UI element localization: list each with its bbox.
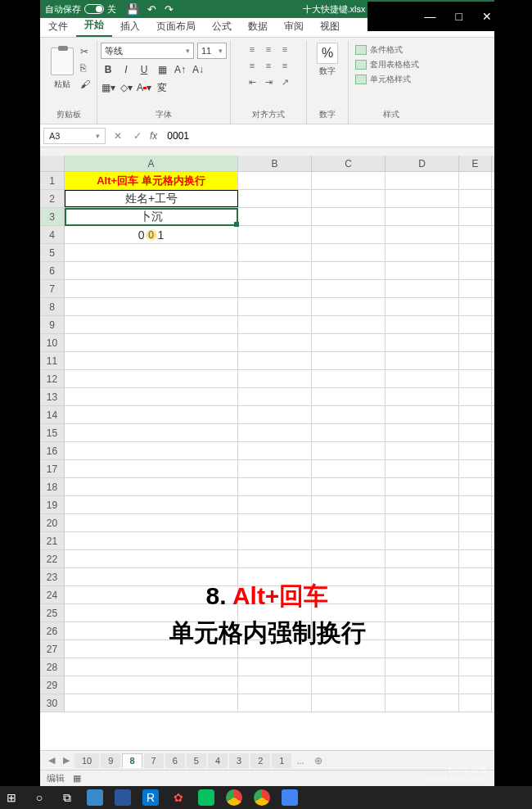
row-header[interactable]: 21 <box>40 532 65 549</box>
cell[interactable] <box>312 478 385 495</box>
chrome-icon-2[interactable] <box>254 789 270 806</box>
row-header[interactable]: 16 <box>40 442 65 459</box>
sheet-nav-prev[interactable]: ◀ <box>45 755 58 766</box>
align-right-icon[interactable]: ≡ <box>277 59 292 72</box>
cell[interactable] <box>459 424 492 441</box>
col-header-a[interactable]: A <box>65 156 238 171</box>
cell[interactable] <box>459 208 492 225</box>
italic-button[interactable]: I <box>119 62 133 77</box>
row-header[interactable]: 3 <box>40 208 65 225</box>
app-icon-2[interactable] <box>115 789 131 806</box>
cell[interactable] <box>459 406 492 423</box>
sheet-tab[interactable]: 4 <box>208 753 228 768</box>
cell[interactable] <box>459 226 492 243</box>
cell[interactable] <box>312 622 385 640</box>
cell[interactable] <box>385 406 459 423</box>
wechat-icon[interactable] <box>198 789 214 806</box>
sheet-tab[interactable]: 10 <box>74 753 99 768</box>
row-header[interactable]: 8 <box>40 298 65 315</box>
cell[interactable] <box>312 586 385 603</box>
cell[interactable] <box>459 532 492 549</box>
cell[interactable] <box>65 676 238 694</box>
cell[interactable] <box>385 208 459 225</box>
cell[interactable] <box>238 208 312 225</box>
cell[interactable] <box>238 406 312 423</box>
row-header[interactable]: 26 <box>40 622 65 640</box>
cell[interactable] <box>385 676 459 694</box>
sheet-tab[interactable]: 5 <box>187 753 206 768</box>
cell[interactable] <box>459 244 492 261</box>
cell[interactable] <box>459 640 492 658</box>
align-center-icon[interactable]: ≡ <box>261 59 276 72</box>
phonetic-icon[interactable]: 変 <box>155 80 169 95</box>
taskview-icon[interactable]: ⧉ <box>59 789 75 806</box>
tab-home[interactable]: 开始 <box>76 15 112 37</box>
minimize-button[interactable]: — <box>425 10 436 23</box>
cell[interactable] <box>459 388 492 405</box>
row-header[interactable]: 10 <box>40 334 65 351</box>
app-icon-3[interactable]: R <box>142 789 159 806</box>
cell[interactable] <box>312 694 385 712</box>
cell[interactable] <box>312 226 385 243</box>
sheet-tab[interactable]: 8 <box>122 753 142 768</box>
cell[interactable] <box>238 334 312 351</box>
cell[interactable] <box>238 352 312 369</box>
cell[interactable] <box>312 316 385 333</box>
cell[interactable] <box>238 298 312 315</box>
cell[interactable] <box>65 280 238 297</box>
sheet-tab[interactable]: 2 <box>250 753 270 768</box>
cell[interactable] <box>385 550 459 567</box>
cell[interactable] <box>459 694 492 712</box>
cell[interactable] <box>385 514 459 531</box>
row-header[interactable]: 2 <box>40 190 65 207</box>
cell[interactable] <box>238 316 312 333</box>
tab-formulas[interactable]: 公式 <box>204 16 240 37</box>
cell[interactable] <box>312 676 385 694</box>
row-header[interactable]: 19 <box>40 496 65 513</box>
cell[interactable] <box>238 460 312 477</box>
cortana-icon[interactable]: ○ <box>31 789 47 806</box>
cell[interactable] <box>459 496 492 513</box>
col-header-e[interactable]: E <box>459 156 492 171</box>
sheet-tab[interactable]: 3 <box>229 753 249 768</box>
cell[interactable] <box>238 172 312 189</box>
cell[interactable] <box>312 568 385 585</box>
cell[interactable] <box>385 496 459 513</box>
row-header[interactable]: 23 <box>40 568 65 585</box>
cell[interactable] <box>459 442 492 459</box>
row-header[interactable]: 9 <box>40 316 65 333</box>
cell[interactable] <box>385 586 459 603</box>
cell[interactable] <box>65 640 238 658</box>
cell[interactable] <box>459 352 492 369</box>
conditional-format-button[interactable]: 条件格式 <box>355 44 427 56</box>
row-header[interactable]: 28 <box>40 658 65 676</box>
cell[interactable] <box>65 568 238 585</box>
fill-color-button[interactable]: ◇▾ <box>119 80 133 95</box>
cell[interactable] <box>238 604 312 621</box>
cell[interactable]: 001 <box>65 226 238 243</box>
cell[interactable] <box>65 370 238 387</box>
app-icon-5[interactable] <box>282 789 298 806</box>
row-header[interactable]: 25 <box>40 604 65 621</box>
cell[interactable] <box>385 334 459 351</box>
cell[interactable] <box>65 316 238 333</box>
font-color-button[interactable]: A▾ <box>137 80 151 95</box>
cell[interactable] <box>459 190 492 207</box>
cell[interactable] <box>312 640 385 658</box>
row-header[interactable]: 13 <box>40 388 65 405</box>
sheet-tab[interactable]: 7 <box>144 753 164 768</box>
border-button[interactable]: ▦ <box>155 62 169 77</box>
cell[interactable] <box>238 694 312 712</box>
record-macro-icon[interactable]: ▦ <box>73 773 81 784</box>
cell[interactable] <box>238 388 312 405</box>
cell[interactable] <box>459 262 492 279</box>
cell[interactable] <box>312 532 385 549</box>
col-header-d[interactable]: D <box>385 156 459 171</box>
tab-review[interactable]: 审阅 <box>276 16 312 37</box>
col-header-c[interactable]: C <box>312 156 385 171</box>
cell[interactable]: 卜沉 <box>65 208 238 225</box>
row-header[interactable]: 29 <box>40 676 65 694</box>
formula-input[interactable] <box>162 128 491 144</box>
cell[interactable] <box>385 478 459 495</box>
cell[interactable] <box>238 370 312 387</box>
